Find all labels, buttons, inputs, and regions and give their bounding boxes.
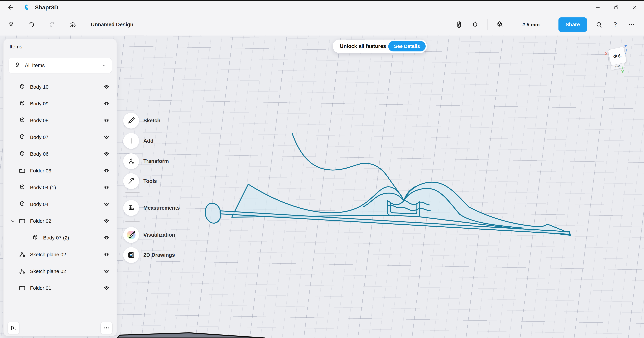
axis-x-label: X bbox=[605, 51, 608, 56]
visibility-eye-icon[interactable] bbox=[103, 251, 110, 258]
visibility-eye-icon[interactable] bbox=[103, 268, 110, 275]
sidebar-item-folder-01[interactable]: Folder 01 bbox=[4, 280, 117, 297]
sidebar-item-body-07-2-[interactable]: Body 07 (2) bbox=[4, 229, 117, 246]
tool-menu-separator bbox=[126, 192, 140, 193]
tool-label: Add bbox=[144, 138, 154, 144]
item-label: Body 06 bbox=[30, 151, 48, 157]
document-title[interactable]: Unnamed Design bbox=[91, 22, 133, 28]
tool-tools[interactable]: Tools bbox=[123, 173, 157, 189]
redo-button[interactable] bbox=[48, 21, 56, 29]
sidebar-item-folder-03[interactable]: Folder 03 bbox=[4, 162, 117, 179]
items-panel-toggle[interactable] bbox=[7, 21, 15, 29]
item-label: Folder 01 bbox=[30, 285, 51, 291]
item-label: Sketch plane 02 bbox=[30, 269, 66, 274]
sidebar-footer-separator bbox=[4, 318, 117, 318]
visibility-eye-icon[interactable] bbox=[103, 134, 110, 141]
item-type-icon bbox=[31, 234, 39, 242]
expand-chevron-icon[interactable] bbox=[10, 218, 16, 224]
item-type-icon bbox=[18, 167, 26, 175]
grid-snap-setting[interactable]: # 5 mm bbox=[520, 22, 542, 27]
plus-icon bbox=[127, 137, 135, 145]
view-cube[interactable]: X Z Top Back Y bbox=[604, 44, 641, 76]
visibility-eye-icon[interactable] bbox=[103, 117, 110, 124]
visibility-eye-icon[interactable] bbox=[103, 201, 110, 208]
tool-add[interactable]: Add bbox=[123, 133, 154, 149]
tool-sketch[interactable]: Sketch bbox=[123, 113, 160, 129]
magnet-snap-icon bbox=[471, 21, 479, 29]
orientation-cube-icon bbox=[496, 21, 504, 29]
tool-measurements[interactable]: Measurements bbox=[123, 200, 180, 216]
back-button[interactable] bbox=[6, 3, 15, 12]
snapping-button[interactable] bbox=[471, 21, 479, 29]
view-cube-top-face[interactable]: Top bbox=[608, 47, 626, 65]
visibility-eye-icon[interactable] bbox=[103, 83, 110, 91]
tool-transform[interactable]: Transform bbox=[123, 153, 169, 169]
toolbar-separator bbox=[512, 19, 512, 30]
item-label: Body 09 bbox=[30, 101, 48, 107]
search-button[interactable] bbox=[595, 21, 603, 29]
layers-icon bbox=[14, 62, 21, 69]
sidebar-item-body-08[interactable]: Body 08 bbox=[4, 112, 117, 129]
see-details-button[interactable]: See Details bbox=[388, 41, 426, 51]
sidebar-item-folder-02[interactable]: Folder 02 bbox=[4, 213, 117, 229]
titlebar: Shapr3D bbox=[0, 1, 644, 14]
item-type-icon bbox=[18, 184, 26, 191]
tool-2d-drawings[interactable]: 2D Drawings bbox=[123, 247, 175, 263]
sidebar-item-body-04-1-[interactable]: Body 04 (1) bbox=[4, 179, 117, 196]
view-orientation-button[interactable] bbox=[496, 21, 504, 29]
visibility-eye-icon[interactable] bbox=[103, 184, 110, 191]
more-menu-button[interactable] bbox=[627, 21, 635, 29]
item-label: Body 08 bbox=[30, 118, 48, 123]
section-view-button[interactable] bbox=[455, 21, 463, 29]
item-type-icon bbox=[18, 150, 26, 158]
axis-z-label: Z bbox=[624, 44, 627, 49]
items-filter-label: All Items bbox=[25, 62, 45, 68]
restore-button[interactable] bbox=[607, 1, 626, 14]
item-label: Body 10 bbox=[30, 84, 48, 90]
sidebar-item-body-09[interactable]: Body 09 bbox=[4, 95, 117, 112]
minimize-button[interactable] bbox=[589, 1, 607, 14]
help-button[interactable]: ? bbox=[611, 21, 619, 28]
visibility-eye-icon[interactable] bbox=[103, 100, 110, 107]
toolbar-separator bbox=[550, 19, 550, 30]
visibility-eye-icon[interactable] bbox=[103, 284, 110, 292]
undo-button[interactable] bbox=[28, 21, 36, 29]
app-header: Shapr3D Unn bbox=[0, 1, 644, 35]
tool-visualization[interactable]: Visualization bbox=[123, 227, 175, 243]
item-label: Body 07 (2) bbox=[43, 235, 69, 241]
items-filter-dropdown[interactable]: All Items bbox=[8, 58, 112, 73]
sidebar-item-body-07[interactable]: Body 07 bbox=[4, 129, 117, 146]
sidebar-item-sketch-plane-02[interactable]: Sketch plane 02 bbox=[4, 246, 117, 263]
add-folder-button[interactable] bbox=[8, 322, 20, 334]
visibility-eye-icon[interactable] bbox=[103, 217, 110, 225]
search-icon bbox=[595, 21, 603, 28]
visibility-eye-icon[interactable] bbox=[103, 167, 110, 174]
layers-icon bbox=[7, 21, 15, 29]
item-type-icon bbox=[18, 284, 26, 292]
sidebar-item-body-06[interactable]: Body 06 bbox=[4, 146, 117, 162]
sidebar-item-body-10[interactable]: Body 10 bbox=[4, 79, 117, 95]
color-wheel-icon bbox=[127, 231, 136, 239]
item-type-icon bbox=[18, 100, 26, 108]
redo-icon bbox=[48, 21, 56, 29]
visibility-eye-icon[interactable] bbox=[103, 234, 110, 242]
window-controls bbox=[589, 1, 644, 14]
tool-label: Transform bbox=[144, 158, 169, 164]
sidebar-more-button[interactable] bbox=[100, 322, 112, 334]
item-type-icon bbox=[18, 133, 26, 141]
unlock-banner-message: Unlock all features bbox=[340, 43, 386, 49]
sidebar-item-sketch-plane-02[interactable]: Sketch plane 02 bbox=[4, 263, 117, 280]
view-cube-top-label: Top bbox=[613, 53, 622, 59]
visibility-eye-icon[interactable] bbox=[103, 150, 110, 158]
more-dots-icon bbox=[628, 21, 635, 28]
cloud-sync-button[interactable] bbox=[68, 21, 76, 29]
paint-brush-icon bbox=[126, 230, 136, 240]
close-button[interactable] bbox=[626, 1, 644, 14]
back-arrow-icon bbox=[7, 4, 14, 11]
tool-label: Sketch bbox=[144, 118, 160, 124]
restore-icon bbox=[614, 4, 619, 10]
sidebar-item-body-04[interactable]: Body 04 bbox=[4, 196, 117, 213]
share-button[interactable]: Share bbox=[558, 17, 587, 32]
item-type-icon bbox=[18, 83, 26, 91]
chevron-down-icon bbox=[101, 63, 107, 68]
